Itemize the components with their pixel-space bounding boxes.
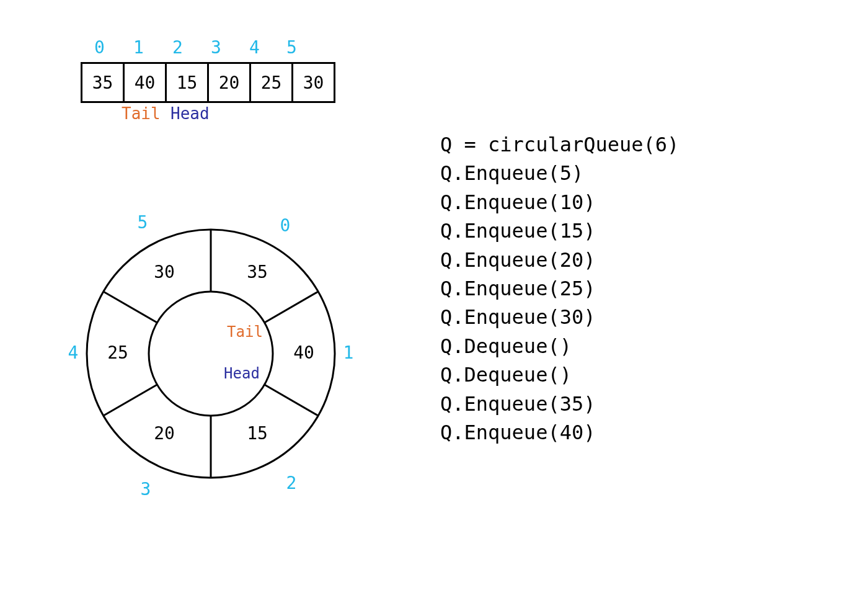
svg-line-4 (265, 385, 319, 416)
ring-value-1: 40 (293, 342, 314, 363)
ring-value-5: 30 (154, 262, 175, 282)
ring-value-3: 20 (154, 423, 175, 444)
svg-point-1 (149, 292, 273, 416)
code-line: Q.Dequeue() (440, 332, 679, 360)
array-tail-label: Tail (122, 104, 161, 123)
ring-index-3: 3 (141, 479, 151, 499)
code-line: Q.Enqueue(20) (440, 246, 679, 274)
array-index-4: 4 (249, 37, 260, 58)
ring-index-0: 0 (280, 215, 291, 236)
code-line: Q.Enqueue(10) (440, 188, 679, 217)
array-head-label: Head (170, 104, 210, 123)
array-cell-4: 25 (249, 62, 293, 103)
array-cell-0: 35 (81, 62, 125, 103)
circular-queue-diagram: 35 40 15 20 25 30 0 1 2 3 4 5 Tail Head (56, 180, 366, 527)
array-cell-5: 30 (291, 62, 335, 103)
ring-index-1: 1 (343, 342, 354, 363)
array-index-0: 0 (94, 37, 105, 58)
svg-line-3 (265, 292, 319, 323)
ring-index-4: 4 (68, 342, 79, 363)
ring-head-label: Head (224, 365, 260, 382)
code-line: Q = circularQueue(6) (440, 130, 679, 159)
linear-array: 35 40 15 20 25 30 (81, 62, 335, 103)
code-listing: Q = circularQueue(6) Q.Enqueue(5) Q.Enqu… (440, 130, 679, 447)
array-cell-2: 15 (165, 62, 209, 103)
code-line: Q.Enqueue(5) (440, 159, 679, 187)
ring-value-0: 35 (247, 262, 268, 282)
array-index-1: 1 (133, 37, 144, 58)
array-index-3: 3 (211, 37, 221, 58)
ring-value-2: 15 (247, 423, 268, 444)
code-line: Q.Dequeue() (440, 360, 679, 389)
array-index-2: 2 (172, 37, 183, 58)
array-cell-1: 40 (123, 62, 167, 103)
code-line: Q.Enqueue(30) (440, 303, 679, 331)
ring-index-2: 2 (286, 473, 297, 493)
code-line: Q.Enqueue(15) (440, 217, 679, 245)
code-line: Q.Enqueue(40) (440, 418, 679, 447)
code-line: Q.Enqueue(25) (440, 274, 679, 303)
diagram-root: 0 1 2 3 4 5 35 40 15 20 25 30 Tail Head … (0, 0, 868, 608)
ring-value-4: 25 (107, 342, 128, 363)
ring-tail-label: Tail (227, 323, 263, 341)
array-cell-3: 20 (207, 62, 251, 103)
svg-line-7 (104, 292, 157, 323)
svg-line-6 (104, 385, 157, 416)
ring-index-5: 5 (138, 212, 148, 233)
array-index-5: 5 (286, 37, 297, 58)
code-line: Q.Enqueue(35) (440, 390, 679, 418)
